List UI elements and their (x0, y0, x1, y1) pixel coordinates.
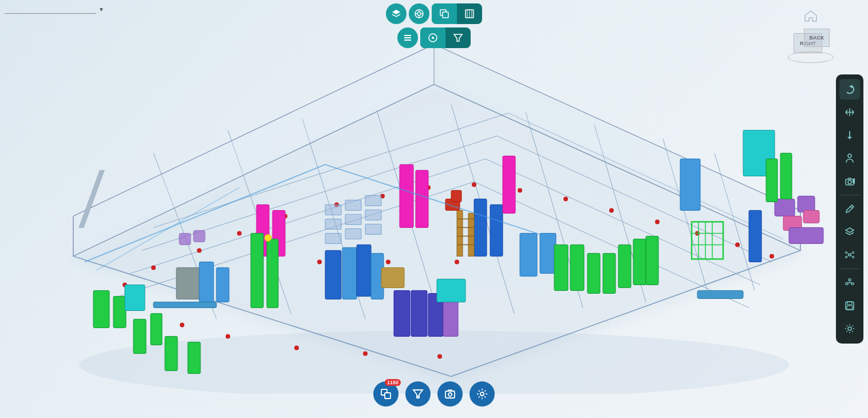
copy-hatch-group (432, 3, 482, 24)
nav-face-back: BACK (804, 29, 830, 47)
target-filter-group (420, 27, 471, 48)
svg-rect-106 (325, 219, 341, 229)
svg-rect-65 (267, 239, 278, 307)
svg-rect-174 (847, 306, 853, 309)
family-color-input[interactable]: Family Color (5, 5, 96, 14)
svg-rect-123 (766, 159, 778, 202)
svg-rect-60 (199, 262, 214, 302)
nav-cube-box[interactable]: RIGHT BACK (788, 29, 834, 63)
svg-rect-102 (381, 267, 404, 287)
svg-point-158 (849, 254, 851, 256)
btn-layers-right[interactable] (839, 222, 860, 242)
svg-rect-180 (445, 391, 455, 398)
svg-rect-76 (437, 279, 465, 302)
svg-marker-148 (454, 34, 462, 41)
svg-point-29 (197, 248, 202, 253)
svg-point-36 (518, 188, 522, 192)
toolbar-row-2 (397, 27, 471, 48)
svg-marker-149 (849, 85, 853, 88)
svg-point-30 (237, 231, 242, 235)
svg-point-44 (180, 322, 184, 327)
family-color-dropdown[interactable]: Family Color ▼ (5, 5, 104, 14)
svg-rect-72 (394, 290, 410, 336)
svg-point-38 (609, 208, 614, 212)
svg-rect-112 (457, 210, 463, 256)
svg-point-41 (735, 242, 740, 247)
btn-copy-top[interactable] (432, 3, 457, 24)
svg-point-154 (848, 180, 851, 184)
svg-point-48 (437, 354, 442, 358)
btn-hierarchy-right[interactable] (839, 273, 860, 293)
svg-rect-58 (125, 285, 145, 310)
svg-point-46 (294, 345, 299, 350)
svg-rect-73 (411, 290, 427, 336)
btn-move-down-right[interactable] (839, 125, 860, 145)
svg-rect-66 (325, 250, 341, 299)
svg-rect-111 (365, 224, 381, 234)
svg-rect-91 (775, 199, 795, 216)
svg-point-175 (848, 327, 851, 330)
btn-filter-top[interactable] (445, 27, 471, 48)
svg-marker-151 (847, 137, 852, 139)
models-badge: 1150 (385, 379, 401, 386)
svg-rect-113 (468, 213, 474, 256)
svg-rect-108 (365, 210, 381, 220)
svg-rect-89 (680, 159, 700, 210)
svg-point-127 (265, 234, 271, 241)
btn-rotate-right[interactable] (839, 79, 860, 100)
btn-nodes-right[interactable] (839, 245, 860, 265)
svg-rect-119 (451, 190, 461, 202)
btn-circle-target-top[interactable] (420, 27, 445, 48)
svg-rect-68 (357, 245, 371, 296)
btn-models-bottom[interactable]: 1150 (373, 381, 399, 407)
btn-filter-bottom[interactable] (405, 381, 431, 407)
nav-arc (788, 52, 834, 63)
btn-pencil-right[interactable] (839, 199, 860, 219)
svg-point-35 (472, 182, 476, 187)
svg-point-42 (770, 254, 774, 258)
btn-camera-right[interactable] (839, 171, 860, 191)
svg-rect-126 (194, 230, 205, 242)
btn-person-right[interactable] (839, 148, 860, 168)
svg-line-165 (847, 255, 849, 257)
svg-line-163 (847, 253, 849, 254)
building-viewport[interactable] (0, 0, 868, 418)
svg-rect-52 (93, 290, 109, 328)
svg-rect-120 (697, 290, 743, 298)
top-toolbar (386, 3, 482, 48)
svg-point-51 (317, 259, 322, 264)
svg-rect-67 (342, 247, 357, 299)
svg-rect-177 (385, 393, 390, 399)
btn-layers-top[interactable] (386, 3, 407, 24)
svg-line-164 (851, 253, 852, 254)
svg-rect-122 (749, 210, 762, 262)
svg-rect-59 (176, 267, 202, 299)
nav-cube-container: RIGHT BACK (788, 6, 834, 63)
svg-rect-88 (646, 236, 658, 285)
svg-rect-56 (165, 336, 177, 370)
svg-point-47 (363, 351, 368, 356)
dropdown-chevron-icon: ▼ (98, 6, 104, 13)
btn-target-top[interactable] (409, 3, 429, 24)
btn-save-right[interactable] (839, 295, 860, 316)
svg-point-162 (853, 257, 854, 258)
btn-stack-top[interactable] (397, 27, 418, 48)
btn-screenshot-bottom[interactable] (437, 381, 463, 407)
svg-rect-124 (780, 153, 792, 199)
home-icon[interactable] (800, 6, 821, 26)
svg-point-37 (563, 196, 568, 201)
svg-rect-61 (216, 267, 229, 302)
bottom-toolbar: 1150 (373, 381, 495, 407)
svg-rect-78 (490, 204, 503, 256)
btn-hatch-top[interactable] (457, 3, 482, 24)
svg-rect-55 (151, 313, 162, 345)
svg-point-49 (455, 259, 459, 264)
svg-rect-92 (798, 196, 815, 212)
right-divider-1 (839, 195, 860, 195)
svg-marker-157 (846, 228, 854, 232)
btn-settings-bottom[interactable] (469, 381, 495, 407)
svg-rect-64 (251, 233, 263, 307)
btn-pan-right[interactable] (839, 102, 860, 123)
svg-rect-104 (345, 200, 361, 210)
btn-settings-right[interactable] (839, 318, 860, 339)
